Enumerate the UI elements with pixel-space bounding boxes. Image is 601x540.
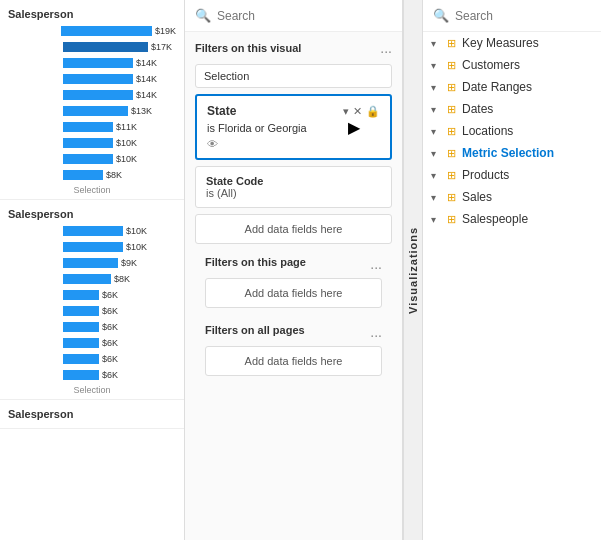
- middle-search-input[interactable]: [217, 9, 392, 23]
- chevron-icon: ▾: [431, 126, 443, 137]
- state-filter-card[interactable]: State ▾ ✕ 🔒 is Florida or Georgia 👁 ▶: [195, 94, 392, 160]
- chevron-icon: ▾: [431, 192, 443, 203]
- chevron-icon: ▾: [431, 148, 443, 159]
- table-row: $9K: [8, 256, 176, 270]
- table-row: $6K: [8, 288, 176, 302]
- table-row: $6K: [8, 336, 176, 350]
- chevron-icon: ▾: [431, 82, 443, 93]
- lock-icon[interactable]: 🔒: [366, 105, 380, 118]
- bar-fill: [63, 306, 99, 316]
- table-icon: ⊞: [447, 59, 456, 72]
- table-row: $14K: [8, 72, 176, 86]
- middle-panel: 🔍 Filters on this visual ... Selection S…: [185, 0, 403, 540]
- bar-value: $9K: [118, 258, 137, 268]
- chevron-icon: ▾: [431, 214, 443, 225]
- state-code-title: State Code: [206, 175, 381, 187]
- state-code-filter-card[interactable]: State Code is (All): [195, 166, 392, 208]
- chart-section-3: Salesperson: [0, 400, 184, 429]
- visualizations-tab[interactable]: Visualizations: [403, 0, 423, 540]
- chevron-icon: ▾: [431, 60, 443, 71]
- add-fields-visual-button[interactable]: Add data fields here: [195, 214, 392, 244]
- bar-fill: [63, 290, 99, 300]
- tree-item-label: Date Ranges: [462, 80, 532, 94]
- bar-fill: [63, 106, 128, 116]
- bar-value: $10K: [113, 154, 137, 164]
- middle-search-bar: 🔍: [185, 0, 402, 32]
- add-fields-all-button[interactable]: Add data fields here: [205, 346, 382, 376]
- bar-fill: [63, 274, 111, 284]
- table-icon: ⊞: [447, 191, 456, 204]
- bar-fill: [63, 154, 113, 164]
- sidebar-item-key-measures[interactable]: ▾ ⊞ Key Measures: [423, 32, 601, 54]
- tree-item-label: Metric Selection: [462, 146, 554, 160]
- table-icon: ⊞: [447, 37, 456, 50]
- chart-footer-2: Selection: [8, 385, 176, 395]
- table-row: $8K: [8, 168, 176, 182]
- table-row: $10K: [8, 240, 176, 254]
- bar-value: $10K: [123, 226, 147, 236]
- filters-this-page-section: Filters on this page ... Add data fields…: [195, 250, 392, 318]
- bar-fill: [63, 338, 99, 348]
- tree-item-label: Dates: [462, 102, 493, 116]
- tree-item-label: Salespeople: [462, 212, 528, 226]
- sidebar-item-metric-selection[interactable]: ▾ ⊞ Metric Selection: [423, 142, 601, 164]
- table-row: $6K: [8, 352, 176, 366]
- clear-filter-icon[interactable]: ✕: [353, 105, 362, 118]
- bar-value: $14K: [133, 90, 157, 100]
- fields-list: ▾ ⊞ Key Measures ▾ ⊞ Customers ▾ ⊞ Date …: [423, 32, 601, 540]
- left-panel: Salesperson $19K $17K $14K: [0, 0, 185, 540]
- right-search-icon: 🔍: [433, 8, 449, 23]
- filters-all-pages-title: Filters on all pages: [205, 324, 305, 340]
- table-row: $6K: [8, 368, 176, 382]
- chart-section-1: Salesperson $19K $17K $14K: [0, 0, 184, 200]
- table-row: $10K: [8, 224, 176, 238]
- bar-fill: [63, 322, 99, 332]
- cursor-pointer: ▶: [348, 118, 360, 137]
- table-row: $10K: [8, 136, 176, 150]
- filters-this-visual-more[interactable]: ...: [380, 40, 392, 56]
- chevron-icon: ▾: [431, 38, 443, 49]
- viz-tab-label: Visualizations: [407, 226, 419, 313]
- table-row: $11K: [8, 120, 176, 134]
- sidebar-item-date-ranges[interactable]: ▾ ⊞ Date Ranges: [423, 76, 601, 98]
- bar-fill: [63, 354, 99, 364]
- state-filter-icons: ▾ ✕ 🔒: [343, 105, 380, 118]
- filters-all-pages-more[interactable]: ...: [370, 324, 382, 340]
- sidebar-item-customers[interactable]: ▾ ⊞ Customers: [423, 54, 601, 76]
- chevron-icon: ▾: [431, 170, 443, 181]
- table-icon: ⊞: [447, 125, 456, 138]
- bar-fill: [63, 258, 118, 268]
- table-icon: ⊞: [447, 147, 456, 160]
- table-icon: ⊞: [447, 103, 456, 116]
- bar-fill: [63, 90, 133, 100]
- filters-this-page-more[interactable]: ...: [370, 256, 382, 272]
- bar-fill: [63, 58, 133, 68]
- search-icon: 🔍: [195, 8, 211, 23]
- table-row: $14K: [8, 88, 176, 102]
- bar-fill: [63, 226, 123, 236]
- eye-icon[interactable]: 👁: [207, 138, 218, 150]
- table-icon: ⊞: [447, 213, 456, 226]
- table-row: $10K: [8, 152, 176, 166]
- chart-title-3: Salesperson: [8, 408, 176, 420]
- filters-all-pages-header: Filters on all pages ...: [205, 324, 382, 340]
- filters-this-visual-title: Filters on this visual: [195, 42, 301, 54]
- sidebar-item-salespeople[interactable]: ▾ ⊞ Salespeople: [423, 208, 601, 230]
- filters-this-page-title: Filters on this page: [205, 256, 306, 272]
- sidebar-item-sales[interactable]: ▾ ⊞ Sales: [423, 186, 601, 208]
- bar-fill: [63, 122, 113, 132]
- tree-item-label: Products: [462, 168, 509, 182]
- sidebar-item-locations[interactable]: ▾ ⊞ Locations: [423, 120, 601, 142]
- bar-chart-2: $10K $10K $9K $8K: [8, 224, 176, 382]
- selection-filter-pill[interactable]: Selection: [195, 64, 392, 88]
- tree-item-label: Customers: [462, 58, 520, 72]
- bar-fill: [63, 74, 133, 84]
- add-fields-page-button[interactable]: Add data fields here: [205, 278, 382, 308]
- table-row: $13K: [8, 104, 176, 118]
- selection-label: Selection: [204, 70, 249, 82]
- sidebar-item-products[interactable]: ▾ ⊞ Products: [423, 164, 601, 186]
- chevron-down-icon[interactable]: ▾: [343, 105, 349, 118]
- sidebar-item-dates[interactable]: ▾ ⊞ Dates: [423, 98, 601, 120]
- right-search-input[interactable]: [455, 9, 601, 23]
- tree-item-label: Sales: [462, 190, 492, 204]
